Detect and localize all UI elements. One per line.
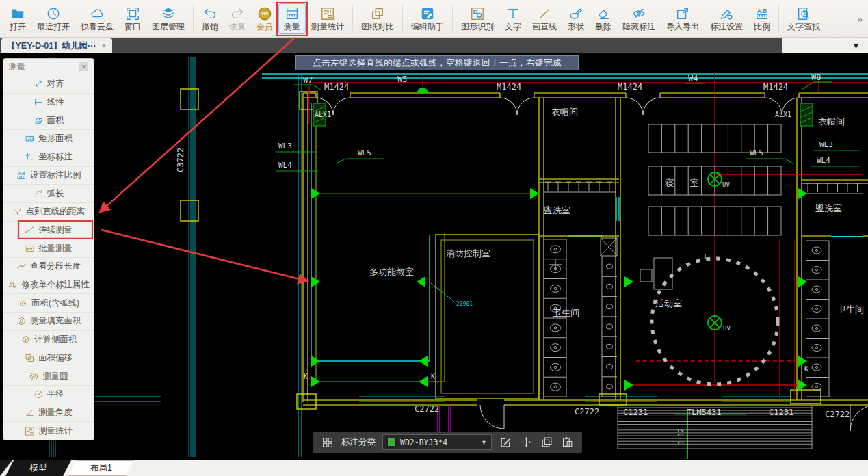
- panel-item-set-annotation-scale[interactable]: A:B设置标注比例: [3, 166, 94, 185]
- panel-item-linear[interactable]: 线性: [3, 93, 94, 111]
- panel-item-point-to-line[interactable]: 点到直线的距离: [3, 202, 94, 221]
- ratio-icon: A:B: [754, 6, 770, 21]
- panel-item-segment-length[interactable]: 查看分段长度: [3, 257, 94, 276]
- toolbar-draw-line-button[interactable]: 画直线: [527, 3, 562, 34]
- annset-icon: [719, 6, 734, 21]
- toolbar-undo-label: 撤销: [202, 23, 218, 31]
- toolbar-overflow-icon[interactable]: »: [857, 13, 863, 25]
- areaP-icon: [34, 116, 44, 126]
- linear-icon: [34, 97, 44, 107]
- toolbar-cloud-disk-button[interactable]: 快看云盘: [75, 3, 119, 34]
- toolbar-import-export-button[interactable]: 导入导出: [661, 3, 705, 34]
- measure-panel-header[interactable]: 测量 ×: [3, 59, 94, 75]
- measure-panel-title: 测量: [9, 61, 79, 72]
- panel-item-measure-angle[interactable]: 测量角度: [3, 404, 94, 422]
- panel-item-label: 矩形面积: [38, 133, 73, 144]
- cad-canvas[interactable]: W7M1424W5M1424M1424W4M1424W8ALX1ALX1衣帽间衣…: [0, 53, 868, 460]
- toolbar-window-button[interactable]: 窗口: [119, 3, 146, 34]
- toolbar-redo-button[interactable]: 恢复: [224, 3, 251, 34]
- chevron-down-icon: ▼: [481, 439, 487, 446]
- panel-item-rect-area[interactable]: 矩形面积: [3, 129, 94, 148]
- toolbar-find-text-label: 文字查找: [787, 23, 820, 31]
- layout-tab-layout1[interactable]: 布局1: [68, 460, 134, 476]
- panel-item-measure-circle[interactable]: 测量圆: [3, 367, 94, 385]
- svg-text:TLM5431: TLM5431: [687, 408, 722, 417]
- edit-annotation-button[interactable]: [499, 436, 512, 449]
- clock-icon: [46, 6, 61, 21]
- toolbar-recent-button[interactable]: 最近打开: [31, 3, 75, 34]
- chevron-down-icon[interactable]: ▼: [852, 42, 860, 50]
- panel-item-coord-annotation[interactable]: 坐标标注: [3, 148, 94, 166]
- copy-annotation-button[interactable]: [540, 436, 553, 449]
- grid-icon[interactable]: [321, 436, 334, 449]
- paste-annotation-button[interactable]: [560, 436, 574, 449]
- toolbar-edit-assistant-button[interactable]: 编辑助手: [406, 3, 449, 34]
- align-icon: [34, 79, 44, 89]
- svg-text:VIP: VIP: [261, 11, 269, 16]
- cont-icon: [25, 225, 35, 235]
- toolbar-vip-button[interactable]: VIP会员: [251, 3, 278, 34]
- panel-item-modify-annotation[interactable]: 修改单个标注属性: [3, 276, 94, 294]
- toolbar-annotation-settings-button[interactable]: 标注设置: [705, 3, 748, 34]
- panel-item-measure-stats[interactable]: 测量统计: [3, 421, 94, 440]
- toolbar-shapes-button[interactable]: 形状: [562, 3, 590, 34]
- svg-text:WL4: WL4: [278, 161, 292, 170]
- svg-text:W7: W7: [303, 75, 313, 85]
- toolbar-import-export-label: 导入导出: [666, 23, 699, 31]
- panel-item-label: 连续测量: [38, 224, 73, 236]
- window-icon: [125, 6, 140, 21]
- panel-item-label: 面积(含弧线): [31, 298, 79, 309]
- toolbar-text-label: 文字: [505, 23, 521, 31]
- toolbar-hide-annotations-button[interactable]: 隐藏标注: [617, 3, 661, 34]
- toolbar-measure-stats-button[interactable]: 测量统计: [306, 3, 350, 34]
- svg-text:M1424: M1424: [324, 82, 349, 92]
- panel-item-area[interactable]: 面积: [3, 111, 94, 129]
- panel-item-radius[interactable]: 半径: [3, 385, 94, 404]
- toolbar-text-button[interactable]: 文字: [499, 3, 527, 34]
- offset-icon: [25, 353, 35, 363]
- toolbar-window-label: 窗口: [124, 23, 141, 31]
- svg-text:C1231: C1231: [769, 408, 793, 417]
- toolbar-open-label: 打开: [10, 23, 26, 31]
- toolbar-open-button[interactable]: 打开: [4, 3, 31, 34]
- toolbar-shape-recognize-button[interactable]: 图形识别: [456, 3, 499, 34]
- panel-item-area-with-arc[interactable]: 面积(含弧线): [3, 293, 94, 312]
- toolbar-separator: [402, 5, 403, 32]
- panel-item-arc-length[interactable]: 弧长: [3, 184, 94, 202]
- close-icon[interactable]: ×: [79, 62, 88, 71]
- recog-icon: [470, 6, 485, 21]
- toolbar-drawing-compare-label: 图纸对比: [361, 23, 394, 31]
- layout-tab-model[interactable]: 模型: [5, 460, 71, 476]
- toolbar-find-text-button[interactable]: A文字查找: [782, 3, 826, 34]
- radius-icon: [34, 389, 44, 399]
- ratio-icon: A:B: [16, 170, 27, 181]
- panel-item-batch-measure[interactable]: 批量测量: [3, 239, 94, 257]
- measure-icon: [285, 6, 300, 21]
- toolbar-layer-manager-button[interactable]: 图层管理: [146, 3, 190, 34]
- eraser-icon: [596, 6, 611, 21]
- toolbar-drawing-compare-button[interactable]: 图纸对比: [356, 3, 399, 34]
- toolbar-separator: [352, 5, 353, 32]
- move-annotation-button[interactable]: [519, 436, 533, 449]
- panel-item-align[interactable]: 对齐: [3, 75, 94, 93]
- floor-plan-drawing[interactable]: W7M1424W5M1424M1424W4M1424W8ALX1ALX1衣帽间衣…: [0, 53, 868, 460]
- document-tab[interactable]: 【YEY-D-01】幼儿园··· ×: [1, 38, 112, 53]
- panel-item-continuous-measure[interactable]: 连续测量: [3, 221, 94, 239]
- close-tab-icon[interactable]: ×: [102, 41, 107, 51]
- annotation-category-dropdown[interactable]: WD2-BYJ3*4 ▼: [382, 434, 492, 450]
- toolbar-measure-button[interactable]: 测量: [278, 3, 306, 34]
- toolbar-scale-button[interactable]: A:B比例: [748, 3, 776, 34]
- document-tab-title: 【YEY-D-01】幼儿园···: [7, 40, 96, 52]
- annotation-category-label: 标注分类: [341, 436, 376, 448]
- panel-item-fill-area[interactable]: 测量填充面积: [3, 312, 94, 330]
- toolbar-delete-button[interactable]: 删除: [590, 3, 617, 34]
- toolbar-layer-manager-label: 图层管理: [152, 23, 185, 31]
- toolbar-undo-button[interactable]: 撤销: [196, 3, 224, 34]
- svg-text:衣帽间: 衣帽间: [818, 116, 845, 127]
- panel-item-area-offset[interactable]: 面积偏移: [3, 349, 94, 367]
- move-icon: [520, 436, 533, 449]
- svg-text:WL5: WL5: [358, 148, 371, 157]
- toolbar-measure-label: 测量: [284, 23, 300, 31]
- panel-item-side-area[interactable]: 计算侧面积: [3, 330, 94, 349]
- copy-icon: [540, 436, 553, 449]
